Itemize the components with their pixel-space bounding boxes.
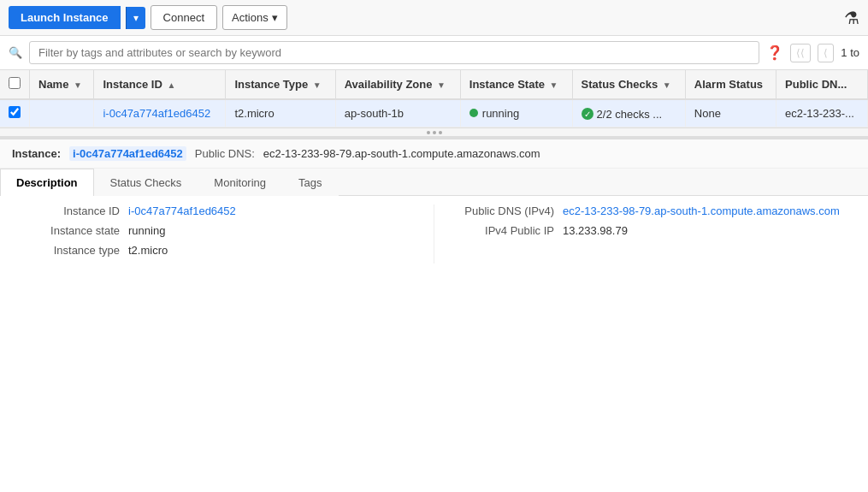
instance-state-value: running <box>128 224 165 237</box>
state-sort-icon: ▼ <box>550 80 558 90</box>
row-public-dns: ec2-13-233-... <box>776 99 868 127</box>
bottom-panel: Instance: i-0c47a774af1ed6452 Public DNS… <box>0 137 868 272</box>
launch-instance-caret[interactable]: ▾ <box>126 7 145 29</box>
search-icon: 🔍 <box>9 46 22 59</box>
row-state: running <box>460 99 572 127</box>
description-content: Instance ID i-0c47a774af1ed6452 Instance… <box>0 196 868 272</box>
tab-tags[interactable]: Tags <box>282 169 338 196</box>
instance-id-label: Instance ID <box>17 205 120 217</box>
instance-bar-label: Instance: <box>12 147 61 160</box>
row-instance-type: t2.micro <box>226 99 335 127</box>
instance-id-link[interactable]: i-0c47a774af1ed6452 <box>103 107 210 120</box>
detail-tabs: Description Status Checks Monitoring Tag… <box>0 169 868 196</box>
running-dot-icon <box>469 109 478 117</box>
row-alarm-status: None <box>685 99 776 127</box>
instance-id-sort-icon: ▲ <box>167 80 175 90</box>
name-sort-icon: ▼ <box>74 80 82 90</box>
instance-type-value: t2.micro <box>128 244 168 257</box>
col-status-checks[interactable]: Status Checks ▼ <box>572 70 685 99</box>
row-checkbox-cell[interactable] <box>0 99 30 127</box>
horizontal-scrollbar[interactable] <box>0 128 868 137</box>
search-bar: 🔍 ❓ ⟨⟨ ⟨ 1 to <box>0 36 868 70</box>
desc-left-column: Instance ID i-0c47a774af1ed6452 Instance… <box>0 205 434 264</box>
select-all-checkbox[interactable] <box>9 77 21 89</box>
ipv4-value: 13.233.98.79 <box>563 224 628 237</box>
instance-state-label: Instance state <box>17 224 120 237</box>
checks-text: 2/2 checks ... <box>597 108 663 121</box>
col-name[interactable]: Name ▼ <box>30 70 94 99</box>
checks-sort-icon: ▼ <box>663 80 671 90</box>
tab-description[interactable]: Description <box>0 169 94 196</box>
actions-button[interactable]: Actions ▾ <box>222 5 287 30</box>
actions-caret-icon: ▾ <box>272 11 278 24</box>
public-dns-label: Public DNS (IPv4) <box>452 205 554 217</box>
desc-row-public-dns: Public DNS (IPv4) ec2-13-233-98-79.ap-so… <box>452 205 851 217</box>
col-instance-type[interactable]: Instance Type ▼ <box>226 70 335 99</box>
select-all-header[interactable] <box>0 70 30 99</box>
instance-type-label: Instance type <box>17 244 120 257</box>
row-status-checks: ✓ 2/2 checks ... <box>572 99 685 127</box>
col-availability-zone[interactable]: Availability Zone ▼ <box>335 70 460 99</box>
desc-row-instance-type: Instance type t2.micro <box>17 244 416 257</box>
instances-table-container: Name ▼ Instance ID ▲ Instance Type ▼ Ava… <box>0 70 868 128</box>
scroll-dot <box>427 131 430 134</box>
pagination-prev-button[interactable]: ⟨ <box>818 44 834 62</box>
instance-id-value[interactable]: i-0c47a774af1ed6452 <box>128 205 236 217</box>
actions-label: Actions <box>232 11 269 24</box>
instances-table: Name ▼ Instance ID ▲ Instance Type ▼ Ava… <box>0 70 868 127</box>
scroll-dot <box>433 131 436 134</box>
toolbar: Launch Instance ▾ Connect Actions ▾ ⚗ <box>0 0 868 36</box>
desc-row-instance-id: Instance ID i-0c47a774af1ed6452 <box>17 205 416 217</box>
pagination-info: 1 to <box>841 46 859 59</box>
col-public-dns[interactable]: Public DN... <box>776 70 868 99</box>
col-alarm-status[interactable]: Alarm Status <box>685 70 776 99</box>
search-input[interactable] <box>29 41 759 64</box>
public-dns-bar-value: ec2-13-233-98-79.ap-south-1.compute.amaz… <box>263 147 540 160</box>
launch-instance-button[interactable]: Launch Instance <box>9 6 121 29</box>
help-icon[interactable]: ❓ <box>766 44 783 61</box>
ipv4-label: IPv4 Public IP <box>452 224 554 237</box>
flask-icon: ⚗ <box>844 9 859 27</box>
instance-type-sort-icon: ▼ <box>313 80 322 90</box>
table-row[interactable]: i-0c47a774af1ed6452 t2.micro ap-south-1b… <box>0 99 868 127</box>
connect-button[interactable]: Connect <box>151 5 217 30</box>
desc-right-column: Public DNS (IPv4) ec2-13-233-98-79.ap-so… <box>434 205 868 264</box>
col-instance-id[interactable]: Instance ID ▲ <box>94 70 226 99</box>
desc-row-instance-state: Instance state running <box>17 224 416 237</box>
instance-bar: Instance: i-0c47a774af1ed6452 Public DNS… <box>0 139 868 169</box>
row-instance-id: i-0c47a774af1ed6452 <box>94 99 226 127</box>
row-az: ap-south-1b <box>335 99 460 127</box>
col-instance-state[interactable]: Instance State ▼ <box>460 70 572 99</box>
pagination-first-button[interactable]: ⟨⟨ <box>790 44 811 62</box>
instance-bar-id: i-0c47a774af1ed6452 <box>69 146 186 161</box>
public-dns-value[interactable]: ec2-13-233-98-79.ap-south-1.compute.amaz… <box>563 205 840 217</box>
row-name <box>30 99 94 127</box>
tab-monitoring[interactable]: Monitoring <box>198 169 282 196</box>
public-dns-bar-label: Public DNS: <box>195 147 255 160</box>
desc-row-ipv4: IPv4 Public IP 13.233.98.79 <box>452 224 851 237</box>
check-ok-icon: ✓ <box>582 108 593 120</box>
state-text: running <box>482 107 519 120</box>
row-checkbox[interactable] <box>9 106 21 118</box>
az-sort-icon: ▼ <box>437 80 446 90</box>
tab-status-checks[interactable]: Status Checks <box>94 169 198 196</box>
scroll-dot <box>439 131 442 134</box>
